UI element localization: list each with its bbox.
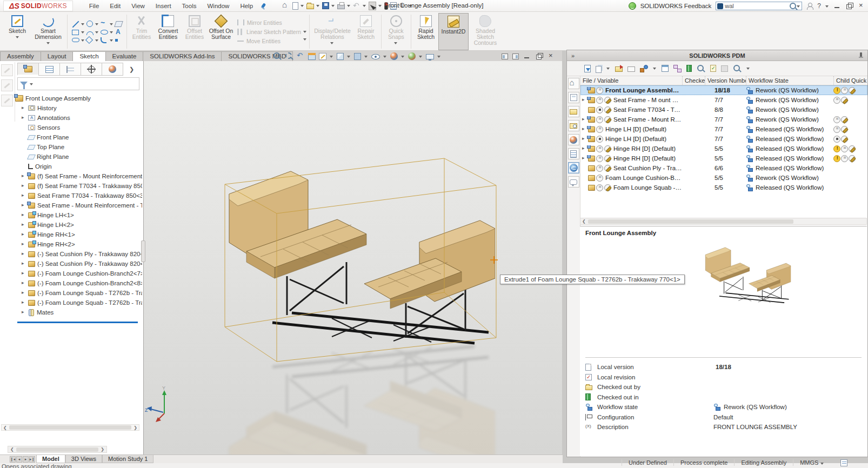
tree-item-component[interactable]: (-) Foam Lounge Cushion-Branch2<8> xyxy=(2,278,142,288)
collapse-pane-button[interactable]: » xyxy=(567,52,579,59)
pdm-file-row[interactable]: Hinge RH [D] (Default) 5/5 Released (QS … xyxy=(580,144,867,153)
tree-item-annotations[interactable]: Annotations xyxy=(2,113,142,123)
tree-item-sensors[interactable]: Sensors xyxy=(2,123,142,132)
tree-item-front-plane[interactable]: Front Plane xyxy=(2,132,142,142)
task-tab-file-explorer[interactable] xyxy=(568,120,579,131)
rapid-sketch-button[interactable]: Rapid Sketch xyxy=(413,13,438,50)
fillet-icon[interactable] xyxy=(101,37,106,43)
zoom-area-icon[interactable] xyxy=(285,52,293,61)
tree-item-component[interactable]: (-) Foam Lounge Squab - T2762b - Trakkaw… xyxy=(2,288,142,298)
lounge-assembly-model[interactable] xyxy=(229,171,495,343)
column-child-quick-info[interactable]: Child Quick In xyxy=(833,76,867,85)
linear-sketch-pattern-button[interactable]: Linear Sketch Pattern xyxy=(237,29,301,35)
panel-splitter-handle[interactable] xyxy=(141,240,145,262)
task-tab-forum[interactable] xyxy=(568,176,579,188)
circle-icon[interactable] xyxy=(86,21,93,27)
flyout-tool-icon[interactable] xyxy=(1,64,13,76)
preview-icon[interactable] xyxy=(697,64,705,73)
pin-pane-icon[interactable] xyxy=(858,52,864,58)
data-card-icon[interactable] xyxy=(662,65,669,72)
tabs-horizontal-scrollbar[interactable]: ❮❯ xyxy=(8,446,107,453)
caret-icon[interactable] xyxy=(316,4,320,7)
tree-item-component[interactable]: (-) Foam Lounge Cushion-Branch2<7> xyxy=(2,269,142,278)
pdm-horizontal-scrollbar[interactable]: ❮ xyxy=(580,218,867,225)
sketch-button[interactable]: Sketch xyxy=(3,13,31,50)
tree-horizontal-scrollbar[interactable]: ❮❯ xyxy=(1,424,139,431)
display-delete-relations-button[interactable]: Display/Delete Relations xyxy=(312,13,353,50)
move-entities-button[interactable]: Move Entities xyxy=(237,38,301,44)
save-icon[interactable] xyxy=(322,2,329,9)
version-tree-icon[interactable] xyxy=(673,65,682,72)
tree-item-component[interactable]: Seat Frame T7034 - Trakkaway 850<3> xyxy=(2,191,142,200)
shaded-sketch-contours-button[interactable]: Shaded Sketch Contours xyxy=(469,13,502,50)
tree-filter-box[interactable] xyxy=(17,77,139,90)
instant2d-button[interactable]: Instant2D xyxy=(438,13,469,50)
filter-caret-icon[interactable] xyxy=(30,83,34,85)
column-workflow-state[interactable]: Workflow State xyxy=(746,76,833,85)
repair-sketch-button[interactable]: Repair Sketch xyxy=(353,13,379,50)
tab-display-manager[interactable] xyxy=(102,63,123,76)
tree-item-origin[interactable]: Origin xyxy=(2,162,142,171)
column-version-number[interactable]: Version Number xyxy=(705,76,746,85)
tree-item-component[interactable]: (-) Seat Cushion Ply - Trakkaway 820<2> xyxy=(2,259,142,269)
caret-icon[interactable] xyxy=(110,39,113,42)
pdm-file-row[interactable]: Hinge LH [D] (Default) 7/7 Released (QS … xyxy=(580,134,867,144)
new-doc-icon[interactable] xyxy=(292,2,298,10)
caret-icon[interactable] xyxy=(81,39,85,42)
pdm-file-row[interactable]: Seat Frame T7034 - Trakka... 8/8 Rework … xyxy=(580,105,867,115)
caret-icon[interactable] xyxy=(378,4,382,7)
caret-icon[interactable] xyxy=(606,67,610,70)
tab-sketch[interactable]: Sketch xyxy=(72,51,105,61)
task-tab-appearances[interactable] xyxy=(568,134,579,145)
caret-icon[interactable] xyxy=(95,39,99,42)
smart-dimension-button[interactable]: Smart Dimension xyxy=(31,13,65,50)
caret-icon[interactable] xyxy=(347,55,351,58)
menu-insert[interactable]: Insert xyxy=(151,2,176,10)
line-icon[interactable] xyxy=(72,21,79,28)
pdm-file-row[interactable]: Hinge LH [D] (Default) 7/7 Released (QS … xyxy=(580,124,867,134)
display-style-icon[interactable] xyxy=(354,53,361,60)
search-box[interactable] xyxy=(716,2,802,10)
doc-close-button[interactable] xyxy=(547,52,555,60)
flyout-tool-icon[interactable] xyxy=(1,79,13,91)
caret-icon[interactable] xyxy=(95,23,99,25)
tree-item-history[interactable]: History xyxy=(2,103,142,113)
convert-entities-button[interactable]: Convert Entities xyxy=(154,13,182,50)
tab-3d-views[interactable]: 3D Views xyxy=(65,455,102,463)
section-view-icon[interactable] xyxy=(308,53,316,60)
check-in-icon[interactable] xyxy=(627,66,635,72)
help-caret-icon[interactable] xyxy=(825,5,829,8)
tab-feature-tree[interactable] xyxy=(17,63,39,76)
mirror-entities-button[interactable]: Mirror Entities xyxy=(237,19,301,26)
edit-appearance-icon[interactable] xyxy=(390,52,398,60)
search-icon[interactable] xyxy=(733,64,742,73)
task-tab-pdm[interactable] xyxy=(568,162,579,173)
caret-icon[interactable] xyxy=(81,23,85,25)
task-tab-design-library[interactable] xyxy=(568,106,579,117)
tab-solidworks-add-ins[interactable]: SOLIDWORKS Add-Ins xyxy=(143,51,222,61)
column-checked-out[interactable]: Checke... xyxy=(682,76,705,85)
caret-icon[interactable] xyxy=(301,4,304,7)
caret-icon[interactable] xyxy=(746,67,750,70)
restore-button[interactable] xyxy=(845,2,853,10)
references-icon[interactable] xyxy=(721,65,728,72)
polygon-icon[interactable] xyxy=(85,36,93,44)
tab-model[interactable]: Model xyxy=(36,455,65,463)
tree-item-right-plane[interactable]: Right Plane xyxy=(2,152,142,162)
minimize-button[interactable] xyxy=(833,2,841,10)
search-icon[interactable] xyxy=(789,2,797,10)
tab-layout[interactable]: Layout xyxy=(41,51,74,61)
search-input[interactable] xyxy=(723,3,789,9)
pdm-file-row[interactable]: Hinge RH [D] (Default) 5/5 Released (QS … xyxy=(580,153,867,163)
get-version-icon[interactable] xyxy=(584,65,591,72)
ellipse-icon[interactable] xyxy=(101,30,108,35)
task-tab-custom-properties[interactable] xyxy=(568,148,579,159)
quick-snaps-button[interactable]: Quick Snaps xyxy=(384,13,409,50)
view-settings-icon[interactable] xyxy=(426,54,434,59)
tree-item-component[interactable]: Seat Frame - Mount Reinforcement - Trakk… xyxy=(2,200,142,210)
caret-icon[interactable] xyxy=(81,31,85,34)
tab-dimxpert[interactable] xyxy=(81,63,102,76)
menu-edit[interactable]: Edit xyxy=(105,2,125,10)
pdm-file-row[interactable]: Seat Cushion Ply - Trakkaw... 6/6 Releas… xyxy=(580,163,867,173)
caret-icon[interactable] xyxy=(653,67,657,70)
